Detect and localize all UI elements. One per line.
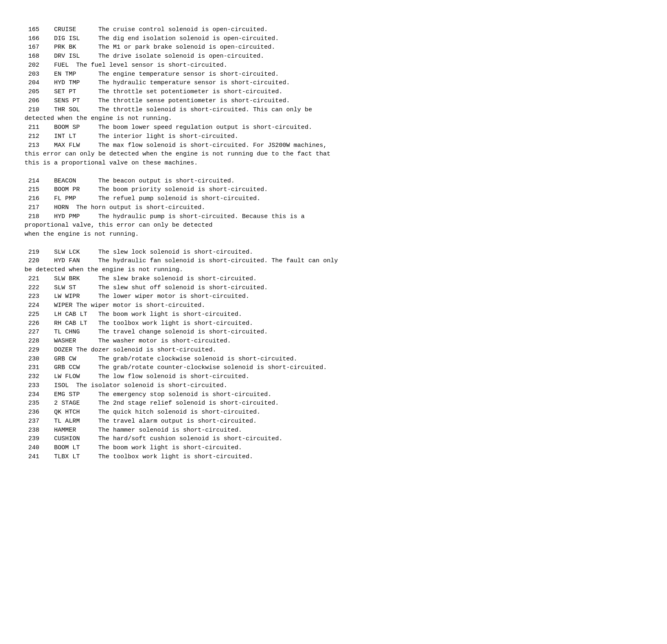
line-165: 165 CRUISE The cruise control solenoid i… bbox=[25, 26, 268, 33]
line-240: 240 BOOM LT The boom work light is short… bbox=[25, 444, 242, 451]
line-220: 220 HYD FAN The hydraulic fan solenoid i… bbox=[25, 257, 338, 273]
line-205: 205 SET PT The throttle set potentiomete… bbox=[25, 88, 283, 95]
line-234: 234 EMG STP The emergency stop solenoid … bbox=[25, 391, 271, 398]
line-236: 236 QK HTCH The quick hitch solenoid is … bbox=[25, 409, 260, 416]
line-235: 235 2 STAGE The 2nd stage relief solenoi… bbox=[25, 400, 279, 407]
line-210: 210 THR SOL The throttle solenoid is sho… bbox=[25, 106, 312, 122]
line-203: 203 EN TMP The engine temperature sensor… bbox=[25, 71, 279, 78]
line-168: 168 DRV ISL The drive isolate solenoid i… bbox=[25, 53, 264, 60]
line-202: 202 FUEL The fuel level sensor is short-… bbox=[25, 62, 227, 69]
line-167: 167 PRK BK The M1 or park brake solenoid… bbox=[25, 44, 275, 51]
line-211: 211 BOOM SP The boom lower speed regulat… bbox=[25, 124, 312, 131]
line-224: 224 WIPER The wiper motor is short-circu… bbox=[25, 302, 205, 309]
line-166: 166 DIG ISL The dig end isolation soleno… bbox=[25, 35, 279, 42]
line-214: 214 BEACON The beacon output is short-ci… bbox=[25, 178, 235, 185]
line-239: 239 CUSHION The hard/soft cushion soleno… bbox=[25, 435, 283, 442]
line-233: 233 ISOL The isolator solenoid is short-… bbox=[25, 382, 227, 389]
line-213: 213 MAX FLW The max flow solenoid is sho… bbox=[25, 142, 330, 167]
line-232: 232 LW FLOW The low flow solenoid is sho… bbox=[25, 373, 249, 380]
line-223: 223 LW WIPR The lower wiper motor is sho… bbox=[25, 293, 249, 300]
line-217: 217 HORN The horn output is short-circui… bbox=[25, 204, 205, 211]
line-228: 228 WASHER The washer motor is short-cir… bbox=[25, 338, 231, 345]
line-221: 221 SLW BRK The slew brake solenoid is s… bbox=[25, 275, 257, 282]
line-225: 225 LH CAB LT The boom work light is sho… bbox=[25, 311, 242, 318]
line-238: 238 HAMMER The hammer solenoid is short-… bbox=[25, 427, 242, 434]
line-218: 218 HYD PMP The hydraulic pump is short-… bbox=[25, 213, 305, 238]
line-206: 206 SENS PT The throttle sense potentiom… bbox=[25, 97, 290, 104]
line-215: 215 BOOM PR The boom priority solenoid i… bbox=[25, 186, 268, 193]
line-204: 204 HYD TMP The hydraulic temperature se… bbox=[25, 79, 290, 86]
line-241: 241 TLBX LT The toolbox work light is sh… bbox=[25, 453, 253, 460]
line-216: 216 FL PMP The refuel pump solenoid is s… bbox=[25, 195, 260, 202]
line-222: 222 SLW ST The slew shut off solenoid is… bbox=[25, 284, 268, 291]
line-226: 226 RH CAB LT The toolbox work light is … bbox=[25, 320, 253, 327]
line-229: 229 DOZER The dozer solenoid is short-ci… bbox=[25, 347, 216, 354]
line-212: 212 INT LT The interior light is short-c… bbox=[25, 133, 238, 140]
line-219: 219 SLW LCK The slew lock solenoid is sh… bbox=[25, 249, 253, 256]
line-231: 231 GRB CCW The grab/rotate counter-cloc… bbox=[25, 364, 327, 371]
line-227: 227 TL CHNG The travel change solenoid i… bbox=[25, 329, 268, 336]
line-237: 237 TL ALRM The travel alarm output is s… bbox=[25, 418, 257, 425]
main-content: 165 CRUISE The cruise control solenoid i… bbox=[25, 16, 642, 462]
line-230: 230 GRB CW The grab/rotate clockwise sol… bbox=[25, 356, 297, 363]
